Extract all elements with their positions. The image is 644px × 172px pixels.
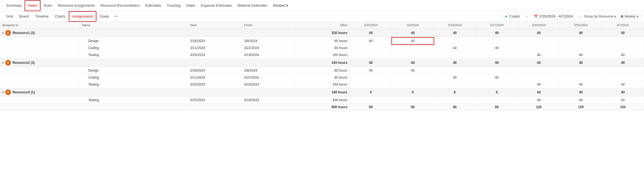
subnav-goals[interactable]: Goals xyxy=(97,11,112,22)
nav-related[interactable]: Related ▾ xyxy=(270,0,291,11)
task-d7-cell xyxy=(602,37,644,45)
resource-effort-cell: 320 hours xyxy=(296,59,350,67)
col-header-assigned-to: Assigned to xyxy=(0,22,80,29)
nav-tasks[interactable]: Tasks xyxy=(25,0,41,11)
task-d6-cell xyxy=(560,45,602,52)
top-navigation: Summary Tasks Team Resource Assignments … xyxy=(0,0,644,11)
nav-tracking[interactable]: Tracking xyxy=(164,0,183,11)
task-assigned-cell xyxy=(0,81,80,88)
resource-group-row: ▾ R Resource2 (3) 320 hours 40 40 40 40 … xyxy=(0,59,644,67)
nav-summary[interactable]: Summary xyxy=(3,0,25,11)
assignments-table-container: Assigned to Name Start Finish Effort 2/2… xyxy=(0,22,644,111)
resource-assigned-cell: ▾ R Resource1 (3) xyxy=(0,29,80,37)
total-d4-cell: 80 xyxy=(476,104,518,111)
task-effort-cell: 80 hours xyxy=(296,45,350,52)
table-row: Testing 3/25/2024 4/19/2024 160 hours 40… xyxy=(0,97,644,104)
resource-d3-cell: 0 xyxy=(434,88,476,97)
copilot-button[interactable]: ✦ Copilot xyxy=(502,13,523,20)
task-d2-cell xyxy=(392,81,434,88)
resource-effort-cell: 320 hours xyxy=(296,29,350,37)
subnav-grid[interactable]: Grid xyxy=(3,11,16,22)
task-d2-cell xyxy=(392,52,434,59)
nav-resource-assignments[interactable]: Resource Assignments xyxy=(55,0,98,11)
task-d3-cell: 40 xyxy=(434,74,476,81)
total-d2-cell: 80 xyxy=(392,104,434,111)
task-d1-cell xyxy=(350,52,392,59)
task-d6-cell: 40 xyxy=(560,97,602,104)
subnav-charts[interactable]: Charts xyxy=(52,11,68,22)
weekly-chevron-icon: ▾ xyxy=(636,14,638,18)
resource-effort-cell: 160 hours xyxy=(296,88,350,97)
total-start-cell xyxy=(188,104,242,111)
table-row: Testing 3/25/2024 4/19/2024 160 hours 40… xyxy=(0,52,644,59)
resource-name: Resource2 (3) xyxy=(13,61,35,65)
subnav-timeline[interactable]: Timeline xyxy=(32,11,51,22)
nav-resource-reconciliation[interactable]: Resource Reconciliation xyxy=(98,0,142,11)
resource-d1-cell: 40 xyxy=(350,59,392,67)
collapse-chevron-icon[interactable]: ▾ xyxy=(2,32,4,35)
sub-nav-left: Grid Board Timeline Charts Assignments G… xyxy=(3,11,502,22)
nav-estimates[interactable]: Estimates xyxy=(142,0,164,11)
nav-expense-estimates[interactable]: Expense Estimates xyxy=(198,0,235,11)
weekly-view-button[interactable]: ▦ Weekly ▾ xyxy=(618,13,641,20)
collapse-chevron-icon[interactable]: ▾ xyxy=(2,91,4,94)
resource-assigned-cell: ▾ R Resource3 (1) xyxy=(0,88,80,97)
task-name-cell: Design xyxy=(80,37,188,45)
total-effort-cell: 800 hours xyxy=(296,104,350,111)
col-header-d4: 3/17/2024 xyxy=(476,22,518,29)
task-assigned-cell xyxy=(0,45,80,52)
task-d4-cell xyxy=(476,67,518,74)
task-name-cell: Design xyxy=(80,67,188,74)
date-range-text: 2/25/2024 - 4/7/2024 xyxy=(539,14,573,18)
date-range-display[interactable]: 📅 2/25/2024 - 4/7/2024 xyxy=(531,13,575,20)
task-d1-cell xyxy=(350,74,392,81)
col-header-d3: 3/10/2024 xyxy=(434,22,476,29)
task-d2-cell xyxy=(392,97,434,104)
task-d3-cell xyxy=(434,97,476,104)
resource-name: Resource3 (1) xyxy=(13,90,35,94)
table-row: Design 2/26/2024 3/8/2024 80 hours 4040 xyxy=(0,67,644,74)
resource-d4-cell: 40 xyxy=(476,29,518,37)
task-name-cell: Testing xyxy=(80,81,188,88)
task-d3-cell: 40 xyxy=(434,45,476,52)
task-finish-cell: 3/22/2024 xyxy=(242,74,296,81)
task-effort-cell: 80 hours xyxy=(296,67,350,74)
collapse-chevron-icon[interactable]: ▾ xyxy=(2,61,4,64)
task-d6-cell xyxy=(560,67,602,74)
total-d7-cell: 120 xyxy=(602,104,644,111)
resource-start-cell xyxy=(188,88,242,97)
total-row: 800 hours 80 80 80 80 120 120 120 xyxy=(0,104,644,111)
subnav-board[interactable]: Board xyxy=(16,11,32,22)
task-start-cell: 3/25/2024 xyxy=(188,52,242,59)
nav-sales[interactable]: Sales xyxy=(183,0,198,11)
task-finish-cell: 3/22/2024 xyxy=(242,45,296,52)
resource-finish-cell xyxy=(242,29,296,37)
col-header-d6: 3/31/2024 xyxy=(560,22,602,29)
chevron-down-icon: ▾ xyxy=(286,3,288,8)
total-name-cell xyxy=(80,104,188,111)
weekly-label: Weekly xyxy=(624,14,635,18)
resource-group-row: ▾ R Resource1 (3) 320 hours 40 40 40 40 … xyxy=(0,29,644,37)
calendar-icon: 📅 xyxy=(534,14,538,18)
task-finish-cell: 3/8/2024 xyxy=(242,37,296,45)
task-finish-cell: 3/8/2024 xyxy=(242,67,296,74)
task-name-cell: Testing xyxy=(80,97,188,104)
task-d2-cell[interactable]: 40 xyxy=(392,37,434,45)
task-start-cell: 3/11/2024 xyxy=(188,45,242,52)
task-effort-cell: 80 hours xyxy=(296,74,350,81)
task-d2-cell: 40 xyxy=(392,67,434,74)
subnav-assignments[interactable]: Assignments xyxy=(69,11,96,22)
task-d5-cell: 40 xyxy=(518,52,560,59)
total-d5-cell: 120 xyxy=(518,104,560,111)
date-prev-arrow[interactable]: ‹ xyxy=(525,14,529,19)
nav-material-estimates[interactable]: Material Estimates xyxy=(235,0,270,11)
task-d3-cell xyxy=(434,81,476,88)
task-finish-cell: 4/19/2024 xyxy=(242,97,296,104)
task-d1-cell: 40 xyxy=(350,37,392,45)
date-next-arrow[interactable]: › xyxy=(578,14,582,19)
more-options-ellipsis[interactable]: ••• xyxy=(113,14,119,18)
resource-name-cell xyxy=(80,59,188,67)
nav-team[interactable]: Team xyxy=(41,0,55,11)
task-d7-cell: 40 xyxy=(602,97,644,104)
group-by-button[interactable]: Group by Resource ▾ xyxy=(584,14,616,18)
